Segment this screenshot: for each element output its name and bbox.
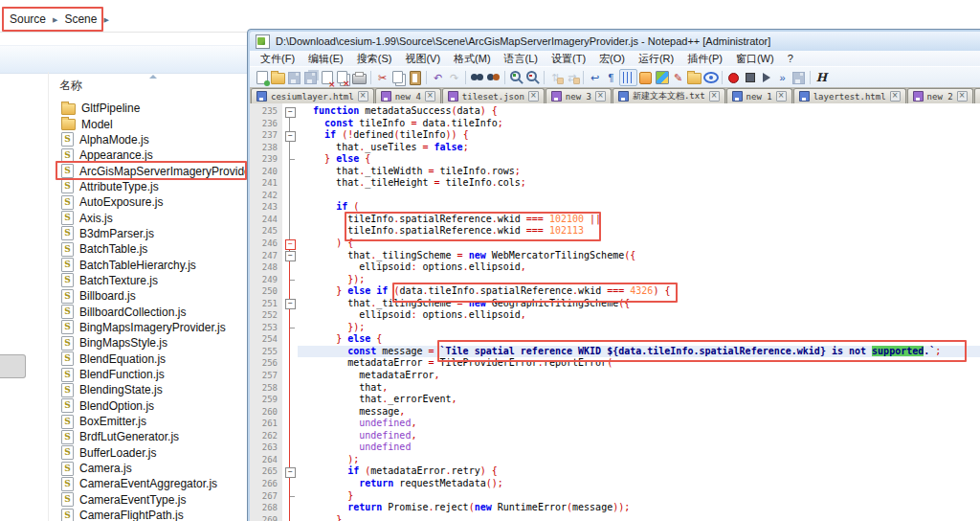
zoom-out-icon[interactable] (524, 70, 541, 85)
menu-item[interactable]: ? (781, 52, 800, 65)
file-row[interactable]: AlphaMode.js (50, 132, 247, 147)
file-row[interactable]: ArcGisMapServerImageryProvider.js (50, 163, 247, 178)
file-row[interactable]: Appearance.js (50, 147, 247, 163)
file-row[interactable]: BatchTableHierarchy.js (50, 257, 247, 272)
fold-collapse-box[interactable] (285, 131, 296, 142)
file-row[interactable]: AutoExposure.js (50, 194, 247, 210)
editor-code-area[interactable]: function metadataSuccess(data) { const t… (298, 103, 980, 521)
menu-item[interactable]: 文件(F) (254, 51, 301, 67)
breadcrumb-item[interactable]: Source (10, 12, 46, 26)
sync-scroll-vertical-icon[interactable]: ⇅ (547, 70, 564, 85)
tab-close-icon[interactable]: × (957, 91, 968, 102)
menu-item[interactable]: 窗口(W) (729, 51, 781, 67)
tab-close-icon[interactable]: × (709, 91, 720, 102)
tab-close-icon[interactable]: × (595, 91, 606, 102)
tab-close-icon[interactable]: × (425, 91, 435, 102)
undo-icon[interactable]: ↶ (430, 70, 446, 85)
file-row[interactable]: Camera.js (50, 461, 247, 476)
tab-close-icon[interactable]: × (890, 91, 901, 102)
open-file-icon[interactable] (270, 70, 286, 85)
breadcrumb-item[interactable]: Scene (64, 12, 97, 26)
show-all-characters-icon[interactable]: ¶ (603, 70, 619, 85)
document-map-icon[interactable] (654, 70, 670, 85)
word-wrap-icon[interactable]: ↩ (587, 70, 603, 85)
menu-item[interactable]: 搜索(S) (350, 51, 399, 67)
tab-new 5[interactable]: new 5× (974, 88, 980, 103)
file-row[interactable]: BatchTexture.js (50, 273, 247, 288)
macro-record-icon[interactable] (725, 70, 742, 85)
file-row[interactable]: BillboardCollection.js (50, 304, 247, 319)
macro-run-multiple-icon[interactable]: » (774, 70, 791, 85)
paste-icon[interactable] (407, 70, 423, 85)
file-row[interactable]: BoxEmitter.js (50, 414, 247, 429)
menu-item[interactable]: 设置(T) (545, 51, 592, 67)
file-row[interactable]: B3dmParser.js (50, 226, 247, 241)
file-row[interactable]: BlendFunction.js (50, 367, 247, 382)
macro-play-icon[interactable] (758, 70, 774, 85)
menu-item[interactable]: 插件(P) (680, 51, 729, 67)
column-header-name[interactable]: 名称 (59, 78, 82, 94)
copy-icon[interactable] (390, 70, 407, 85)
fold-collapse-box[interactable] (285, 107, 296, 118)
new-file-icon[interactable] (254, 70, 270, 85)
tab-新建文本文档.txt[interactable]: 新建文本文档.txt× (612, 88, 725, 103)
breadcrumb-arrow-icon[interactable]: ▶ (53, 16, 57, 24)
file-row[interactable]: BingMapsStyle.js (50, 335, 247, 351)
file-row[interactable]: BingMapsImageryProvider.js (50, 320, 247, 335)
cut-icon[interactable]: ✂ (374, 70, 390, 85)
plugin-H-icon[interactable]: H (813, 70, 830, 85)
indent-guide-icon[interactable] (619, 69, 637, 86)
menu-item[interactable]: 视图(V) (398, 51, 447, 67)
file-row[interactable]: GltfPipeline (50, 101, 247, 116)
file-row[interactable]: Billboard.js (50, 288, 247, 304)
menu-item[interactable]: 宏(O) (592, 51, 632, 67)
function-list-icon[interactable] (637, 70, 654, 85)
sort-ascending-icon[interactable] (149, 75, 157, 79)
menu-item[interactable]: 格式(M) (447, 51, 498, 67)
edit-pencil-icon[interactable]: ✎ (670, 70, 686, 85)
menu-item[interactable]: 运行(R) (632, 51, 680, 67)
tab-new 3[interactable]: new 3× (546, 88, 612, 103)
breadcrumb-arrow-icon[interactable]: ▶ (103, 16, 108, 24)
find-icon[interactable] (469, 70, 485, 85)
macro-save-icon[interactable] (791, 70, 807, 85)
tab-tileset.json[interactable]: tileset.json× (442, 88, 545, 103)
file-row[interactable]: BlendEquation.js (50, 351, 247, 367)
folder-as-workspace-icon[interactable] (686, 70, 702, 85)
close-icon[interactable] (319, 70, 335, 85)
fold-collapse-box[interactable] (285, 239, 296, 250)
tab-close-icon[interactable]: × (358, 91, 368, 102)
fold-collapse-box[interactable] (285, 467, 296, 478)
menu-item[interactable]: 编辑(E) (301, 51, 350, 67)
save-icon[interactable] (286, 70, 302, 85)
fold-collapse-box[interactable] (285, 299, 296, 309)
file-row[interactable]: BrdfLutGenerator.js (50, 429, 247, 444)
close-all-icon[interactable] (335, 70, 351, 85)
file-row[interactable]: BufferLoader.js (50, 445, 247, 461)
tab-layertest.html[interactable]: layertest.html× (793, 88, 906, 103)
title-bar[interactable]: D:\Download\cesium-1.99\Source\Scene\Arc… (250, 32, 980, 51)
file-row[interactable]: CameraFlightPath.js (50, 508, 247, 521)
tab-new 1[interactable]: new 1× (726, 88, 792, 103)
file-row[interactable]: BlendOption.js (50, 398, 247, 414)
menu-item[interactable]: 语言(L) (498, 51, 545, 67)
file-row[interactable]: BlendingState.js (50, 382, 247, 397)
fold-collapse-box[interactable] (285, 251, 296, 261)
save-all-icon[interactable] (302, 70, 319, 85)
tab-new 2[interactable]: new 2× (907, 88, 973, 103)
tab-close-icon[interactable]: × (528, 91, 539, 102)
file-monitor-eye-icon[interactable] (702, 70, 719, 85)
file-row[interactable]: CameraEventAggregator.js (50, 476, 247, 491)
file-row[interactable]: Model (50, 116, 247, 131)
file-row[interactable]: Axis.js (50, 210, 247, 225)
macro-stop-icon[interactable] (742, 70, 758, 85)
tab-close-icon[interactable]: × (776, 91, 787, 102)
redo-icon[interactable]: ↷ (446, 70, 462, 85)
zoom-in-icon[interactable] (508, 70, 524, 85)
file-row[interactable]: CameraEventType.js (50, 492, 247, 508)
tab-new 4[interactable]: new 4× (375, 88, 441, 103)
file-row[interactable]: BatchTable.js (50, 241, 247, 257)
replace-icon[interactable] (485, 70, 501, 85)
tab-cesiumlayer.html[interactable]: cesiumlayer.html× (251, 88, 374, 103)
file-row[interactable]: AttributeType.js (50, 179, 247, 194)
